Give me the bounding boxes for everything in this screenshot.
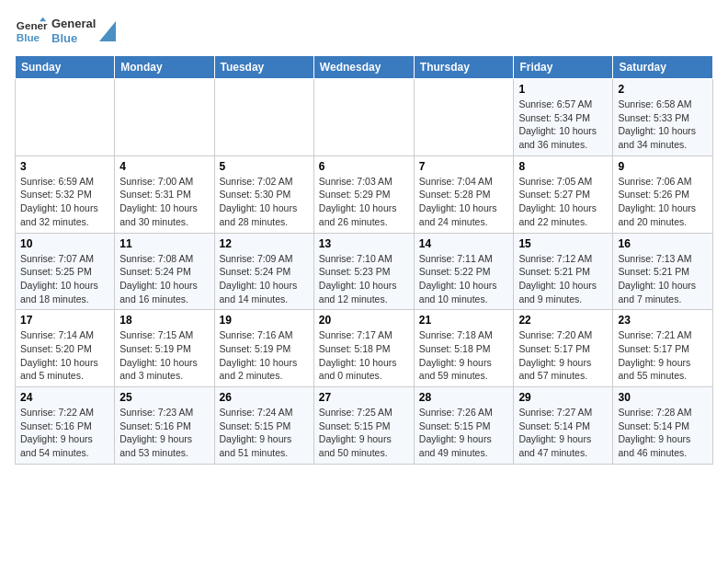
calendar-cell: 6Sunrise: 7:03 AMSunset: 5:29 PMDaylight… <box>313 155 414 233</box>
day-number: 1 <box>518 83 608 96</box>
day-info: Sunrise: 7:23 AMSunset: 5:16 PMDaylight:… <box>119 406 209 460</box>
day-info: Sunrise: 6:58 AMSunset: 5:33 PMDaylight:… <box>618 98 708 152</box>
day-number: 11 <box>119 237 209 250</box>
day-info: Sunrise: 7:28 AMSunset: 5:14 PMDaylight:… <box>618 406 708 460</box>
weekday-header-friday: Friday <box>514 56 613 79</box>
calendar-week-row: 1Sunrise: 6:57 AMSunset: 5:34 PMDaylight… <box>16 79 713 156</box>
day-info: Sunrise: 7:07 AMSunset: 5:25 PMDaylight:… <box>20 252 109 306</box>
calendar-cell: 26Sunrise: 7:24 AMSunset: 5:15 PMDayligh… <box>214 387 313 465</box>
svg-marker-3 <box>99 21 116 41</box>
calendar-cell: 12Sunrise: 7:09 AMSunset: 5:24 PMDayligh… <box>214 233 313 310</box>
calendar-week-row: 3Sunrise: 6:59 AMSunset: 5:32 PMDaylight… <box>16 155 713 233</box>
weekday-header-monday: Monday <box>115 56 214 79</box>
day-info: Sunrise: 7:04 AMSunset: 5:28 PMDaylight:… <box>419 175 509 229</box>
day-info: Sunrise: 7:13 AMSunset: 5:21 PMDaylight:… <box>618 252 708 306</box>
day-info: Sunrise: 7:21 AMSunset: 5:17 PMDaylight:… <box>618 328 708 383</box>
day-number: 25 <box>119 391 209 404</box>
calendar-week-row: 24Sunrise: 7:22 AMSunset: 5:16 PMDayligh… <box>16 387 713 465</box>
calendar-header-row: SundayMondayTuesdayWednesdayThursdayFrid… <box>16 56 713 79</box>
day-number: 28 <box>419 391 509 404</box>
calendar-cell: 11Sunrise: 7:08 AMSunset: 5:24 PMDayligh… <box>115 233 214 310</box>
calendar-cell: 5Sunrise: 7:02 AMSunset: 5:30 PMDaylight… <box>214 155 313 233</box>
day-number: 14 <box>419 237 509 250</box>
weekday-header-thursday: Thursday <box>414 56 514 79</box>
day-info: Sunrise: 7:20 AMSunset: 5:17 PMDaylight:… <box>518 328 608 383</box>
calendar-cell: 3Sunrise: 6:59 AMSunset: 5:32 PMDaylight… <box>16 155 115 233</box>
calendar-week-row: 17Sunrise: 7:14 AMSunset: 5:20 PMDayligh… <box>16 310 713 387</box>
day-number: 16 <box>618 237 708 250</box>
day-number: 15 <box>518 237 608 250</box>
calendar-cell <box>414 79 514 156</box>
day-info: Sunrise: 7:10 AMSunset: 5:23 PMDaylight:… <box>319 252 409 306</box>
calendar-cell <box>115 79 214 156</box>
calendar-cell: 24Sunrise: 7:22 AMSunset: 5:16 PMDayligh… <box>16 387 115 465</box>
day-info: Sunrise: 7:06 AMSunset: 5:26 PMDaylight:… <box>618 175 708 229</box>
calendar-cell: 14Sunrise: 7:11 AMSunset: 5:22 PMDayligh… <box>414 233 514 310</box>
calendar-cell: 10Sunrise: 7:07 AMSunset: 5:25 PMDayligh… <box>16 233 115 310</box>
day-info: Sunrise: 6:57 AMSunset: 5:34 PMDaylight:… <box>518 98 608 152</box>
day-info: Sunrise: 7:17 AMSunset: 5:18 PMDaylight:… <box>319 328 409 383</box>
day-info: Sunrise: 7:26 AMSunset: 5:15 PMDaylight:… <box>419 406 509 460</box>
calendar-cell: 13Sunrise: 7:10 AMSunset: 5:23 PMDayligh… <box>313 233 414 310</box>
day-info: Sunrise: 7:14 AMSunset: 5:20 PMDaylight:… <box>20 328 109 383</box>
calendar-cell: 23Sunrise: 7:21 AMSunset: 5:17 PMDayligh… <box>613 310 713 387</box>
day-number: 10 <box>20 237 109 250</box>
calendar-cell: 29Sunrise: 7:27 AMSunset: 5:14 PMDayligh… <box>514 387 613 465</box>
day-number: 2 <box>618 83 708 96</box>
day-info: Sunrise: 7:18 AMSunset: 5:18 PMDaylight:… <box>419 328 509 383</box>
day-info: Sunrise: 7:15 AMSunset: 5:19 PMDaylight:… <box>119 328 209 383</box>
day-number: 8 <box>518 160 608 173</box>
calendar-cell: 20Sunrise: 7:17 AMSunset: 5:18 PMDayligh… <box>313 310 414 387</box>
day-number: 4 <box>119 160 209 173</box>
calendar-cell: 1Sunrise: 6:57 AMSunset: 5:34 PMDaylight… <box>514 79 613 156</box>
day-number: 12 <box>220 237 309 250</box>
logo-triangle-icon <box>99 21 116 41</box>
day-info: Sunrise: 6:59 AMSunset: 5:32 PMDaylight:… <box>20 175 109 229</box>
weekday-header-sunday: Sunday <box>16 56 115 79</box>
day-number: 30 <box>618 391 708 404</box>
calendar-cell: 19Sunrise: 7:16 AMSunset: 5:19 PMDayligh… <box>214 310 313 387</box>
calendar-cell: 7Sunrise: 7:04 AMSunset: 5:28 PMDaylight… <box>414 155 514 233</box>
weekday-header-wednesday: Wednesday <box>313 56 414 79</box>
calendar-cell <box>16 79 115 156</box>
day-number: 19 <box>220 314 309 327</box>
weekday-header-tuesday: Tuesday <box>214 56 313 79</box>
page-header: General Blue General Blue <box>15 15 713 48</box>
calendar-cell: 17Sunrise: 7:14 AMSunset: 5:20 PMDayligh… <box>16 310 115 387</box>
day-number: 20 <box>319 314 409 327</box>
day-number: 13 <box>319 237 409 250</box>
weekday-header-saturday: Saturday <box>613 56 713 79</box>
day-info: Sunrise: 7:00 AMSunset: 5:31 PMDaylight:… <box>119 175 209 229</box>
day-info: Sunrise: 7:24 AMSunset: 5:15 PMDaylight:… <box>220 406 309 460</box>
logo-text-blue: Blue <box>51 31 96 46</box>
calendar-cell <box>214 79 313 156</box>
calendar-cell: 9Sunrise: 7:06 AMSunset: 5:26 PMDaylight… <box>613 155 713 233</box>
calendar-table: SundayMondayTuesdayWednesdayThursdayFrid… <box>15 55 713 465</box>
day-number: 23 <box>618 314 708 327</box>
day-info: Sunrise: 7:25 AMSunset: 5:15 PMDaylight:… <box>319 406 409 460</box>
day-info: Sunrise: 7:02 AMSunset: 5:30 PMDaylight:… <box>220 175 309 229</box>
day-info: Sunrise: 7:03 AMSunset: 5:29 PMDaylight:… <box>319 175 409 229</box>
calendar-cell: 4Sunrise: 7:00 AMSunset: 5:31 PMDaylight… <box>115 155 214 233</box>
day-info: Sunrise: 7:05 AMSunset: 5:27 PMDaylight:… <box>518 175 608 229</box>
day-number: 26 <box>220 391 309 404</box>
logo-icon: General Blue <box>15 15 48 48</box>
calendar-cell: 2Sunrise: 6:58 AMSunset: 5:33 PMDaylight… <box>613 79 713 156</box>
day-info: Sunrise: 7:08 AMSunset: 5:24 PMDaylight:… <box>119 252 209 306</box>
day-number: 9 <box>618 160 708 173</box>
calendar-cell: 28Sunrise: 7:26 AMSunset: 5:15 PMDayligh… <box>414 387 514 465</box>
day-number: 18 <box>119 314 209 327</box>
day-number: 21 <box>419 314 509 327</box>
day-info: Sunrise: 7:22 AMSunset: 5:16 PMDaylight:… <box>20 406 109 460</box>
day-number: 5 <box>220 160 309 173</box>
day-number: 6 <box>319 160 409 173</box>
calendar-cell: 8Sunrise: 7:05 AMSunset: 5:27 PMDaylight… <box>514 155 613 233</box>
day-number: 17 <box>20 314 109 327</box>
day-info: Sunrise: 7:09 AMSunset: 5:24 PMDaylight:… <box>220 252 309 306</box>
calendar-cell: 30Sunrise: 7:28 AMSunset: 5:14 PMDayligh… <box>613 387 713 465</box>
day-info: Sunrise: 7:16 AMSunset: 5:19 PMDaylight:… <box>220 328 309 383</box>
day-number: 22 <box>518 314 608 327</box>
day-number: 27 <box>319 391 409 404</box>
day-number: 3 <box>20 160 109 173</box>
calendar-cell: 21Sunrise: 7:18 AMSunset: 5:18 PMDayligh… <box>414 310 514 387</box>
